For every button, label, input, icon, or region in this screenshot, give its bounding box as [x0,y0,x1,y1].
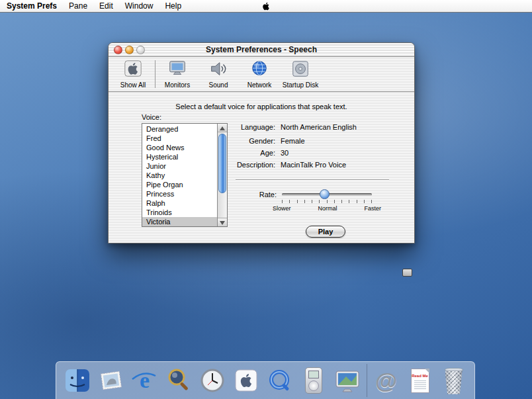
play-button[interactable]: Play [306,226,345,238]
dock: e [56,361,475,399]
readme-document-icon: Read Me [411,369,429,393]
quicktime-q-icon [267,367,293,394]
menu-edit[interactable]: Edit [99,1,113,11]
dock-item-displays[interactable] [333,366,362,395]
zoom-button[interactable] [136,46,145,54]
toolbar: Show All Monitors [109,57,414,92]
at-sign-icon: @ [375,369,397,392]
slider-thumb[interactable] [320,189,330,199]
toolbar-label: Sound [209,81,228,89]
detail-label: Gender: [148,137,275,145]
window-titlebar[interactable]: System Preferences - Speech [109,43,414,57]
dock-item-music-player[interactable] [299,366,328,395]
detail-value: Female [281,137,305,145]
detail-label: Language: [148,123,275,131]
toolbar-monitors[interactable]: Monitors [157,59,198,89]
rate-label: Rate: [148,191,277,199]
menu-app-name[interactable]: System Prefs [7,1,57,11]
toolbar-label: Monitors [165,81,190,89]
tick-label-faster: Faster [364,205,381,212]
toolbar-label: Startup Disk [283,81,318,89]
toolbar-network[interactable]: Network [239,59,280,89]
minimize-button[interactable] [125,46,134,54]
detail-label: Description: [148,161,275,169]
menu-bar: System Prefs Pane Edit Window Help [0,0,532,13]
ie-ring-icon [130,366,157,392]
toolbar-startup-disk[interactable]: Startup Disk [280,59,321,89]
trash-icon [443,367,465,394]
dock-separator [367,364,367,397]
dock-item-quicktime[interactable] [265,366,294,395]
detail-language: Language:North American English [148,123,357,131]
finder-icon [64,367,91,394]
instruction-text: Select a default voice for applications … [109,103,414,111]
folded-corner-icon [425,369,429,373]
detail-label: Age: [148,149,275,157]
dock-item-clock[interactable] [198,366,227,395]
tick-label-normal: Normal [318,205,337,212]
detail-gender: Gender:Female [148,137,305,145]
close-button[interactable] [114,46,122,54]
detail-age: Age:30 [148,149,288,157]
speaker-icon [208,59,228,81]
dock-item-internet-explorer[interactable]: e [130,366,159,395]
monitor-icon [167,59,187,81]
dock-item-finder[interactable] [63,366,92,395]
magnifier-icon [165,367,192,394]
show-all-icon [123,59,143,81]
globe-icon [249,59,269,81]
menu-pane[interactable]: Pane [69,1,87,11]
detail-value: 30 [281,149,288,157]
voice-list-label: Voice: [142,113,161,121]
rate-slider[interactable]: Slower Normal Faster [282,186,372,214]
dock-item-trash[interactable] [439,366,468,395]
dock-item-system-preferences[interactable] [232,366,261,395]
dock-item-at-mail[interactable]: @ [372,366,401,395]
scroll-down-icon[interactable] [218,218,227,226]
screen: System Prefs Pane Edit Window Help Syste… [0,0,532,399]
list-item[interactable]: Ralph [142,199,217,208]
toolbar-separator [155,60,155,88]
music-player-icon [305,367,322,394]
detail-value: North American English [281,123,357,131]
toolbar-sound[interactable]: Sound [198,59,239,89]
apple-menu-icon[interactable] [261,1,271,11]
list-item[interactable]: Kathy [142,171,217,180]
disk-icon [290,59,310,81]
toolbar-label: Network [247,81,272,89]
slider-ticks [282,200,372,203]
window-title: System Preferences - Speech [148,45,375,54]
toolbar-label: Show All [120,81,146,89]
desktop-file-icon[interactable] [402,269,412,277]
section-divider [236,179,389,181]
system-preferences-window: System Preferences - Speech Show All [108,42,415,244]
dock-item-readme[interactable]: Read Me [406,366,435,395]
tick-label-slower: Slower [273,205,291,212]
list-item-selected[interactable]: Victoria [142,217,217,226]
detail-value: MacinTalk Pro Voice [281,161,346,169]
menu-window[interactable]: Window [125,1,154,11]
readme-text-lines [414,380,426,390]
display-photo-icon [334,367,361,394]
dock-item-sherlock[interactable] [164,366,193,395]
slider-tick-labels: Slower Normal Faster [273,205,381,212]
apple-tile-icon [233,367,259,394]
readme-title: Read Me [412,374,429,378]
detail-description: Description:MacinTalk Pro Voice [148,161,346,169]
dock-item-mail[interactable] [97,366,126,395]
stamp-icon [98,367,124,394]
clock-icon [199,367,226,394]
toolbar-show-all[interactable]: Show All [112,59,154,89]
list-item[interactable]: Pipe Organ [142,180,217,189]
menu-help[interactable]: Help [165,1,181,11]
list-item[interactable]: Trinoids [142,208,217,217]
